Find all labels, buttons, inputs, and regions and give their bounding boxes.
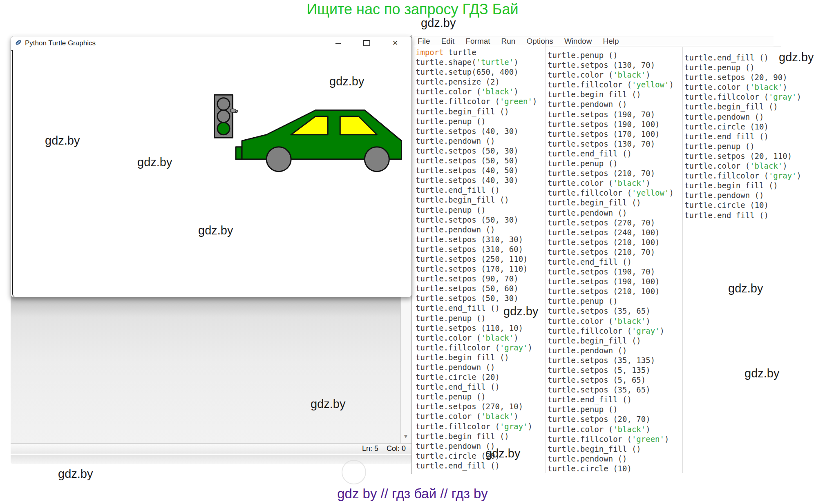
code-line[interactable]: turtle.color ('black'): [548, 424, 674, 434]
code-line[interactable]: turtle.setpos (250, 110): [416, 254, 537, 264]
code-line[interactable]: turtle.fillcolor ('gray'): [684, 92, 801, 102]
code-line[interactable]: turtle.fillcolor ('gray'): [416, 343, 537, 352]
maximize-button[interactable]: [362, 39, 371, 47]
code-line[interactable]: turtle.setpos (130, 70): [548, 60, 674, 70]
code-line[interactable]: turtle.setpos (190, 70): [548, 109, 674, 119]
code-line[interactable]: turtle.color ('black'): [684, 82, 801, 92]
code-line[interactable]: turtle.setpos (40, 30): [416, 126, 537, 136]
code-line[interactable]: turtle.pendown (): [684, 112, 801, 122]
code-column-2[interactable]: turtle.penup ()turtle.setpos (130, 70)tu…: [548, 50, 674, 473]
code-line[interactable]: turtle.penup (): [416, 392, 537, 401]
code-line[interactable]: turtle.begin_fill (): [416, 107, 537, 116]
code-line[interactable]: turtle.setpos (270, 10): [416, 401, 537, 411]
code-line[interactable]: turtle.setpos (50, 30): [416, 215, 537, 225]
code-line[interactable]: turtle.fillcolor ('gray'): [416, 421, 537, 431]
code-line[interactable]: turtle.setpos (20, 90): [684, 72, 801, 82]
code-line[interactable]: turtle.penup (): [548, 404, 674, 414]
code-line[interactable]: turtle.color ('black'): [416, 87, 537, 96]
code-line[interactable]: turtle.setpos (50, 30): [416, 293, 537, 303]
code-line[interactable]: turtle.end_fill (): [684, 132, 801, 141]
code-line[interactable]: turtle.circle (10): [684, 200, 801, 210]
code-line[interactable]: turtle.circle (10): [684, 122, 801, 132]
menu-help[interactable]: Help: [603, 37, 619, 46]
scrollbar[interactable]: [400, 297, 412, 443]
code-line[interactable]: turtle.end_fill (): [416, 461, 537, 471]
code-line[interactable]: turtle.begin_fill (): [416, 352, 537, 362]
code-line[interactable]: turtle.color ('black'): [548, 316, 674, 326]
code-line[interactable]: turtle.begin_fill (): [416, 195, 537, 205]
code-line[interactable]: turtle.setpos (270, 70): [548, 218, 674, 227]
code-line[interactable]: turtle.setpos (170, 110): [416, 264, 537, 274]
code-line[interactable]: turtle.pendown (): [416, 225, 537, 234]
code-line[interactable]: turtle.color ('black'): [548, 178, 674, 188]
code-line[interactable]: turtle.setpos (35, 65): [548, 385, 674, 395]
code-line[interactable]: turtle.fillcolor ('yellow'): [548, 80, 674, 89]
code-line[interactable]: turtle.setpos (5, 135): [548, 365, 674, 375]
code-line[interactable]: turtle.begin_fill (): [548, 198, 674, 207]
code-column-1[interactable]: import turtleturtle.shape('turtle')turtl…: [416, 47, 537, 471]
code-line[interactable]: turtle.color ('black'): [684, 161, 801, 171]
menu-run[interactable]: Run: [501, 37, 516, 46]
code-line[interactable]: turtle.setpos (310, 60): [416, 244, 537, 254]
code-line[interactable]: turtle.begin_fill (): [548, 336, 674, 346]
code-line[interactable]: turtle.circle (10): [548, 464, 674, 473]
code-line[interactable]: turtle.setpos (20, 110): [684, 151, 801, 161]
code-line[interactable]: turtle.pendown (): [416, 136, 537, 146]
code-line[interactable]: turtle.penup (): [548, 50, 674, 60]
code-line[interactable]: turtle.fillcolor ('gray'): [548, 326, 674, 336]
code-line[interactable]: turtle.setup(650, 400): [416, 67, 537, 77]
code-line[interactable]: turtle.setpos (35, 135): [548, 355, 674, 365]
code-line[interactable]: import turtle: [416, 47, 537, 57]
code-line[interactable]: turtle.setpos (210, 70): [548, 168, 674, 178]
scroll-down-icon[interactable]: ▼: [403, 433, 409, 439]
code-line[interactable]: turtle.fillcolor ('green'): [548, 434, 674, 444]
code-line[interactable]: turtle.pendown (): [548, 454, 674, 464]
code-line[interactable]: turtle.setpos (190, 70): [548, 267, 674, 277]
code-line[interactable]: turtle.pendown (): [548, 208, 674, 218]
code-line[interactable]: turtle.penup (): [548, 296, 674, 306]
menu-file[interactable]: File: [418, 37, 430, 46]
code-line[interactable]: turtle.end_fill (): [548, 149, 674, 158]
code-line[interactable]: turtle.end_fill (): [416, 185, 537, 195]
code-line[interactable]: turtle.begin_fill (): [548, 444, 674, 454]
code-line[interactable]: turtle.begin_fill (): [684, 181, 801, 190]
code-line[interactable]: turtle.setpos (240, 100): [548, 227, 674, 237]
code-line[interactable]: turtle.begin_fill (): [548, 89, 674, 99]
code-line[interactable]: turtle.setpos (90, 70): [416, 274, 537, 283]
code-line[interactable]: turtle.pendown (): [548, 346, 674, 355]
code-line[interactable]: turtle.setpos (210, 70): [548, 247, 674, 257]
code-line[interactable]: turtle.pendown (): [548, 99, 674, 109]
code-line[interactable]: turtle.end_fill (): [548, 395, 674, 404]
code-line[interactable]: turtle.setpos (170, 100): [548, 129, 674, 139]
code-line[interactable]: turtle.begin_fill (): [416, 431, 537, 441]
code-line[interactable]: turtle.shape('turtle'): [416, 57, 537, 67]
code-line[interactable]: turtle.pendown (): [416, 362, 537, 372]
code-line[interactable]: turtle.setpos (5, 65): [548, 375, 674, 385]
code-line[interactable]: turtle.setpos (40, 30): [416, 175, 537, 185]
code-line[interactable]: turtle.color ('black'): [416, 411, 537, 421]
close-button[interactable]: ✕: [391, 39, 399, 47]
code-line[interactable]: turtle.pendown (): [684, 190, 801, 200]
code-line[interactable]: turtle.color ('black'): [416, 333, 537, 343]
code-line[interactable]: turtle.penup (): [416, 205, 537, 215]
code-line[interactable]: turtle.setpos (35, 65): [548, 306, 674, 316]
menu-options[interactable]: Options: [526, 37, 553, 46]
code-line[interactable]: turtle.setpos (210, 100): [548, 286, 674, 296]
code-line[interactable]: turtle.setpos (50, 50): [416, 156, 537, 165]
code-line[interactable]: turtle.setpos (190, 100): [548, 119, 674, 129]
code-line[interactable]: turtle.penup (): [684, 141, 801, 151]
code-line[interactable]: turtle.end_fill (): [684, 210, 801, 220]
code-line[interactable]: turtle.end_fill (): [416, 382, 537, 392]
code-line[interactable]: turtle.setpos (20, 70): [548, 414, 674, 424]
menu-format[interactable]: Format: [465, 37, 490, 46]
code-line[interactable]: turtle.penup (): [548, 158, 674, 168]
code-line[interactable]: turtle.setpos (210, 100): [548, 237, 674, 247]
code-line[interactable]: turtle.setpos (40, 50): [416, 165, 537, 175]
code-line[interactable]: turtle.circle (20): [416, 372, 537, 382]
code-line[interactable]: turtle.penup (): [416, 116, 537, 126]
menu-window[interactable]: Window: [564, 37, 592, 46]
code-line[interactable]: turtle.end_fill (): [548, 257, 674, 267]
code-line[interactable]: turtle.setpos (50, 30): [416, 146, 537, 156]
code-line[interactable]: turtle.setpos (310, 30): [416, 234, 537, 244]
code-line[interactable]: turtle.setpos (130, 70): [548, 139, 674, 149]
